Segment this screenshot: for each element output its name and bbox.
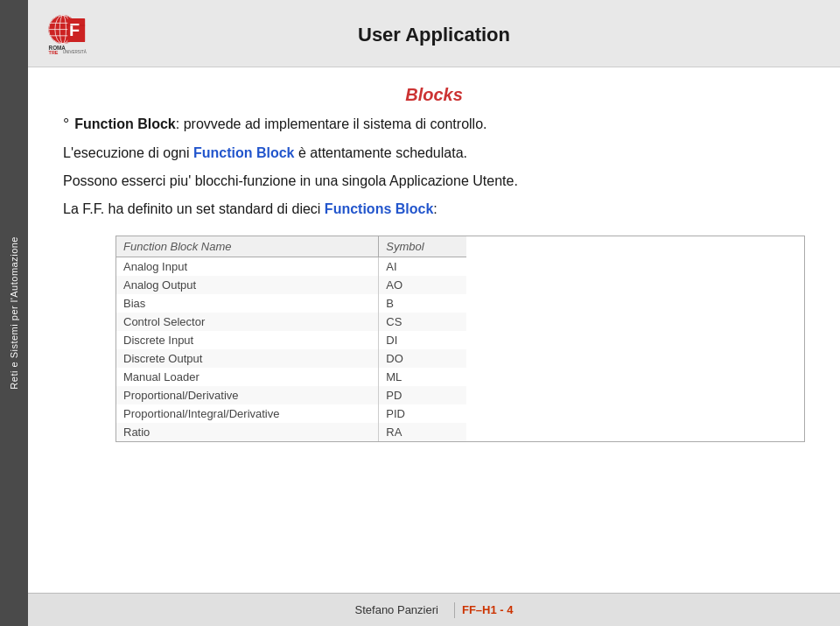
table-row: Analog InputAI: [116, 257, 466, 277]
functions-block-label: Functions Block: [325, 201, 433, 216]
table-cell-symbol: PD: [379, 386, 466, 404]
svg-text:F: F: [69, 20, 80, 39]
table-cell-symbol: CS: [379, 313, 466, 331]
footer-content: Stefano Panzieri FF–H1 - 4: [46, 602, 822, 618]
table-row: Manual LoaderML: [116, 368, 466, 386]
footer-divider: [454, 602, 455, 618]
logo-svg: F ROMA TRE UNIVERSITÀ: [46, 12, 94, 56]
page-title: User Application: [100, 24, 768, 46]
table-cell-name: Proportional/Integral/Derivative: [116, 404, 379, 423]
function-blocks-table: Function Block Name Symbol Analog InputA…: [116, 236, 466, 441]
function-block-label-1: Function Block: [74, 116, 176, 131]
table-cell-symbol: B: [379, 294, 466, 313]
footer: Stefano Panzieri FF–H1 - 4: [28, 593, 840, 626]
svg-text:TRE: TRE: [49, 50, 59, 55]
table-row: Discrete OutputDO: [116, 349, 466, 368]
header: F ROMA TRE UNIVERSITÀ User Application: [28, 0, 840, 67]
paragraph-3: Possono esserci piu' blocchi-funzione in…: [63, 171, 805, 192]
paragraph-1-colon: : provvede ad implementare il sistema di…: [176, 116, 487, 131]
sidebar: Reti e Sistemi per l'Automazione: [0, 0, 28, 626]
paragraph-2-pre: L'esecuzione di ogni: [63, 145, 193, 160]
blocks-subtitle: Blocks: [63, 85, 805, 105]
paragraph-1: ° Function Block: provvede ad implementa…: [63, 114, 805, 136]
table-cell-name: Analog Input: [116, 257, 379, 277]
table-row: Analog OutputAO: [116, 276, 466, 294]
table-cell-symbol: DO: [379, 349, 466, 368]
footer-slide-label: FF–H1 - 4: [462, 603, 514, 616]
table-cell-name: Discrete Input: [116, 331, 379, 349]
paragraph-3-text: Possono esserci piu' blocchi-funzione in…: [63, 173, 518, 188]
table-cell-name: Discrete Output: [116, 349, 379, 368]
table-cell-name: Manual Loader: [116, 368, 379, 386]
paragraph-2-post: è attentamente schedulata.: [295, 145, 467, 160]
svg-text:UNIVERSITÀ: UNIVERSITÀ: [63, 49, 87, 54]
main-content: F ROMA TRE UNIVERSITÀ User Application B…: [28, 0, 840, 626]
table-cell-symbol: ML: [379, 368, 466, 386]
table-row: Control SelectorCS: [116, 313, 466, 331]
function-block-label-2: Function Block: [193, 145, 295, 160]
table-cell-symbol: PID: [379, 404, 466, 423]
table-cell-symbol: AO: [379, 276, 466, 294]
table-cell-name: Bias: [116, 294, 379, 313]
table-cell-symbol: DI: [379, 331, 466, 349]
function-blocks-table-container: Function Block Name Symbol Analog InputA…: [116, 236, 805, 442]
col-header-name: Function Block Name: [116, 236, 379, 257]
table-row: Proportional/Integral/DerivativePID: [116, 404, 466, 423]
logo: F ROMA TRE UNIVERSITÀ: [46, 12, 100, 58]
table-cell-name: Ratio: [116, 423, 379, 441]
table-cell-name: Control Selector: [116, 313, 379, 331]
table-row: Proportional/DerivativePD: [116, 386, 466, 404]
paragraph-4-pre: La F.F. ha definito un set standard di d…: [63, 201, 325, 216]
table-cell-name: Proportional/Derivative: [116, 386, 379, 404]
paragraph-2: L'esecuzione di ogni Function Block è at…: [63, 143, 805, 164]
col-header-symbol: Symbol: [379, 236, 466, 257]
paragraph-1-text: Function Block: provvede ad implementare…: [74, 114, 486, 135]
table-cell-symbol: AI: [379, 257, 466, 277]
footer-author: Stefano Panzieri: [355, 603, 438, 616]
sidebar-label: Reti e Sistemi per l'Automazione: [9, 236, 19, 390]
table-cell-symbol: RA: [379, 423, 466, 441]
paragraph-4-post: :: [433, 201, 437, 216]
table-row: BiasB: [116, 294, 466, 313]
paragraph-4: La F.F. ha definito un set standard di d…: [63, 199, 805, 220]
bullet-symbol-1: °: [63, 114, 69, 136]
table-cell-name: Analog Output: [116, 276, 379, 294]
table-row: Discrete InputDI: [116, 331, 466, 349]
table-header-row: Function Block Name Symbol: [116, 236, 466, 257]
content-body: Blocks ° Function Block: provvede ad imp…: [28, 67, 840, 593]
table-row: RatioRA: [116, 423, 466, 441]
